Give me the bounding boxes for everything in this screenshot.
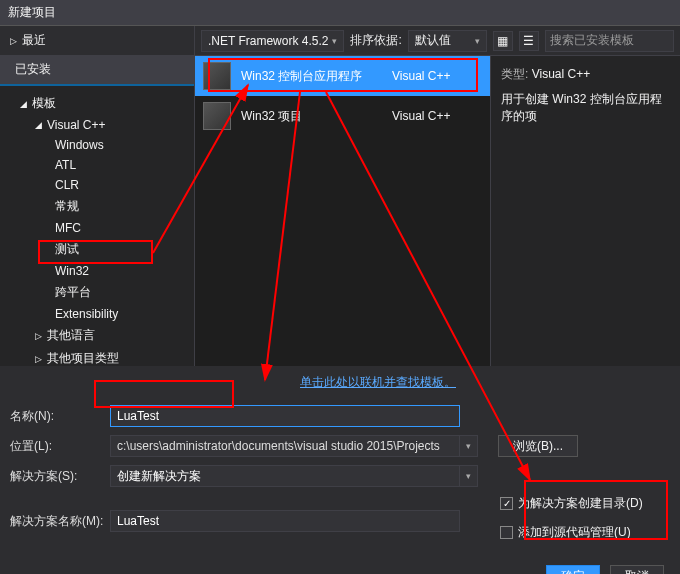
nav-atl[interactable]: ATL xyxy=(0,155,194,175)
framework-combo[interactable]: .NET Framework 4.5.2▾ xyxy=(201,30,344,52)
nav-extensibility[interactable]: Extensibility xyxy=(0,304,194,324)
template-lang: Visual C++ xyxy=(392,69,482,83)
checkbox-icon xyxy=(500,526,513,539)
template-list: Win32 控制台应用程序 Visual C++ Win32 项目 Visual… xyxy=(195,56,490,366)
nav-win32[interactable]: Win32 xyxy=(0,261,194,281)
solution-label: 解决方案(S): xyxy=(10,468,110,485)
nav-clr[interactable]: CLR xyxy=(0,175,194,195)
type-value: Visual C++ xyxy=(532,67,590,81)
titlebar: 新建项目 xyxy=(0,0,680,26)
type-label: 类型: xyxy=(501,67,528,81)
form-area: 名称(N): 位置(L): c:\users\administrator\doc… xyxy=(0,399,680,574)
left-nav: ▷最近 已安装 ◢模板 ◢Visual C++ Windows ATL CLR … xyxy=(0,26,195,366)
location-dropdown-icon[interactable]: ▾ xyxy=(460,435,478,457)
location-label: 位置(L): xyxy=(10,438,110,455)
template-name: Win32 项目 xyxy=(241,108,382,125)
window-title: 新建项目 xyxy=(8,4,56,21)
nav-other-proj[interactable]: ▷其他项目类型 xyxy=(0,347,194,366)
checkbox-icon xyxy=(500,497,513,510)
project-icon xyxy=(203,62,231,90)
browse-button[interactable]: 浏览(B)... xyxy=(498,435,578,457)
cancel-button[interactable]: 取消 xyxy=(610,565,664,574)
nav-crossplat[interactable]: 跨平台 xyxy=(0,281,194,304)
nav-general[interactable]: 常规 xyxy=(0,195,194,218)
nav-windows[interactable]: Windows xyxy=(0,135,194,155)
nav-test[interactable]: 测试 xyxy=(0,238,194,261)
search-input[interactable]: 搜索已安装模板 xyxy=(545,30,674,52)
nav-other-lang[interactable]: ▷其他语言 xyxy=(0,324,194,347)
right-pane: .NET Framework 4.5.2▾ 排序依据: 默认值▾ ▦ ☰ 搜索已… xyxy=(195,26,680,366)
ok-button[interactable]: 确定 xyxy=(546,565,600,574)
project-icon xyxy=(203,102,231,130)
solution-dropdown-icon[interactable]: ▾ xyxy=(460,465,478,487)
template-name: Win32 控制台应用程序 xyxy=(241,68,382,85)
name-label: 名称(N): xyxy=(10,408,110,425)
add-source-control-checkbox[interactable]: 添加到源代码管理(U) xyxy=(500,524,643,541)
name-input[interactable] xyxy=(110,405,460,427)
nav-visual-cpp[interactable]: ◢Visual C++ xyxy=(0,115,194,135)
create-dir-checkbox[interactable]: 为解决方案创建目录(D) xyxy=(500,495,643,512)
detail-desc: 用于创建 Win32 控制台应用程序的项 xyxy=(501,91,670,125)
template-win32-project[interactable]: Win32 项目 Visual C++ xyxy=(195,96,490,136)
template-area: Win32 控制台应用程序 Visual C++ Win32 项目 Visual… xyxy=(195,56,680,366)
nav-mfc[interactable]: MFC xyxy=(0,218,194,238)
solution-combo[interactable]: 创建新解决方案 xyxy=(110,465,460,487)
nav-recent[interactable]: ▷最近 xyxy=(0,26,194,55)
content: ▷最近 已安装 ◢模板 ◢Visual C++ Windows ATL CLR … xyxy=(0,26,680,366)
nav-installed[interactable]: 已安装 xyxy=(0,55,194,86)
solution-name-input[interactable]: LuaTest xyxy=(110,510,460,532)
sort-label: 排序依据: xyxy=(350,32,401,49)
solution-name-label: 解决方案名称(M): xyxy=(10,513,110,530)
nav-templates[interactable]: ◢模板 xyxy=(0,92,194,115)
view-small-icon[interactable]: ▦ xyxy=(493,31,513,51)
dialog-buttons: 确定 取消 xyxy=(10,555,670,574)
online-link-row: 单击此处以联机并查找模板。 xyxy=(0,366,680,399)
online-search-link[interactable]: 单击此处以联机并查找模板。 xyxy=(300,375,456,389)
location-input[interactable]: c:\users\administrator\documents\visual … xyxy=(110,435,460,457)
view-medium-icon[interactable]: ☰ xyxy=(519,31,539,51)
toolbar: .NET Framework 4.5.2▾ 排序依据: 默认值▾ ▦ ☰ 搜索已… xyxy=(195,26,680,56)
detail-pane: 类型: Visual C++ 用于创建 Win32 控制台应用程序的项 xyxy=(490,56,680,366)
template-win32-console[interactable]: Win32 控制台应用程序 Visual C++ xyxy=(195,56,490,96)
sort-combo[interactable]: 默认值▾ xyxy=(408,30,487,52)
template-lang: Visual C++ xyxy=(392,109,482,123)
